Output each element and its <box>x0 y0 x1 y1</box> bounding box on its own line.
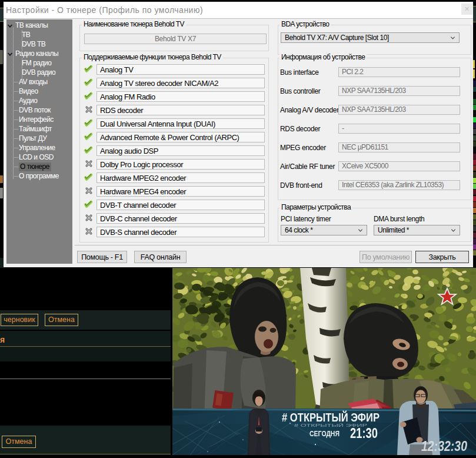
svg-text:21:30: 21:30 <box>350 426 378 441</box>
svg-text:СЕГОДНЯ: СЕГОДНЯ <box>309 430 339 438</box>
svg-text:# ОТКРЫТЫЙ ЭФИР: # ОТКРЫТЫЙ ЭФИР <box>282 410 380 424</box>
svg-text:12:32:30: 12:32:30 <box>421 438 468 454</box>
